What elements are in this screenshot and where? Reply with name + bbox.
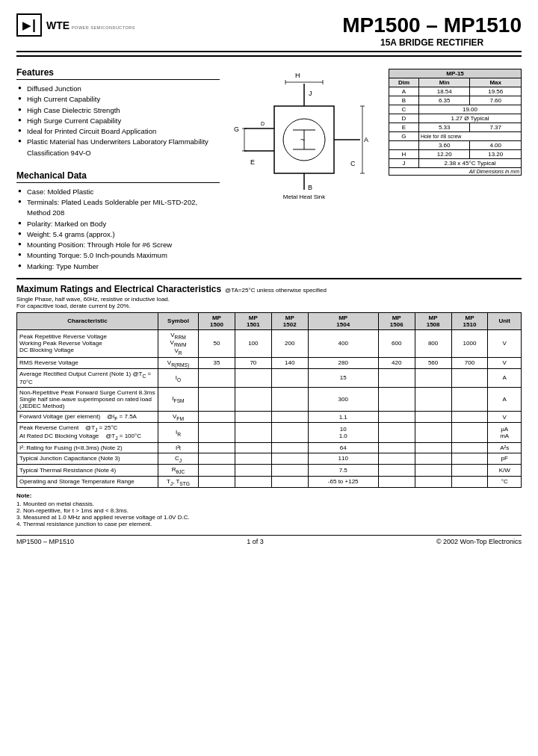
col-mp1506: MP1506 — [378, 312, 415, 329]
note-4: 4. Thermal resistance junction to case p… — [16, 521, 522, 527]
diagram-area: ~ H J G E — [226, 61, 383, 272]
features-left: Features Diffused Junction High Current … — [16, 61, 220, 272]
logo-symbol: ▶| — [16, 13, 42, 37]
list-item: Plastic Material has Underwriters Labora… — [16, 137, 220, 158]
features-list: Diffused Junction High Current Capabilit… — [16, 84, 220, 158]
footer-left: MP1500 – MP1510 — [16, 538, 74, 545]
diagram-caption: Metal Heat Sink — [283, 193, 325, 200]
electrical-table: Characteristic Symbol MP1500 MP1501 MP15… — [16, 312, 522, 489]
table-row: D 1.27 Ø Typical — [389, 114, 522, 123]
table-row: 3.60 4.00 — [389, 141, 522, 150]
table-row: G Hole for #8 screw — [389, 132, 522, 141]
col-mp1508: MP1508 — [415, 312, 451, 329]
component-diagram: ~ H J G E — [229, 69, 379, 192]
table-row: E 5.33 7.37 — [389, 123, 522, 132]
sub-title: 15A BRIDGE RECTIFIER — [342, 37, 522, 48]
mechanical-title: Mechanical Data — [16, 170, 220, 183]
title-area: MP1500 – MP1510 15A BRIDGE RECTIFIER — [342, 13, 522, 48]
page-footer: MP1500 – MP1510 1 of 3 © 2002 Won-Top El… — [16, 535, 522, 545]
col-characteristic: Characteristic — [17, 312, 158, 329]
footer-center: 1 of 3 — [247, 538, 264, 545]
table-row: Typical Junction Capacitance (Note 3) CJ… — [17, 453, 522, 465]
ratings-sub1: Single Phase, half wave, 60Hz, resistive… — [16, 296, 522, 303]
list-item: Mounting Position: Through Hole for #6 S… — [16, 240, 220, 250]
svg-text:A: A — [364, 136, 368, 143]
note-3: 3. Measured at 1.0 MHz and applied rever… — [16, 514, 522, 521]
col-mp1500: MP1500 — [199, 312, 235, 329]
footer-right: © 2002 Won-Top Electronics — [436, 538, 522, 545]
mechanical-section: Mechanical Data Case: Molded Plastic Ter… — [16, 170, 220, 272]
notes-section: Note: 1. Mounted on metal chassis. 2. No… — [16, 492, 522, 527]
list-item: Diffused Junction — [16, 84, 220, 94]
list-item: Marking: Type Number — [16, 261, 220, 272]
list-item: High Surge Current Capability — [16, 116, 220, 126]
list-item: Mounting Torque: 5.0 Inch-pounds Maximum — [16, 250, 220, 261]
table-row: Typical Thermal Resistance (Note 4) RθJC… — [17, 465, 522, 477]
col-min: Min — [418, 78, 470, 87]
mechanical-list: Case: Molded Plastic Terminals: Plated L… — [16, 187, 220, 272]
header-divider — [16, 51, 522, 52]
list-item: High Current Capability — [16, 94, 220, 105]
table-row: B 6.35 7.60 — [389, 96, 522, 105]
svg-text:~: ~ — [300, 136, 305, 144]
table-row: Non-Repetitive Peak Forward Surge Curren… — [17, 387, 522, 411]
col-mp1504: MP1504 — [308, 312, 378, 329]
table-row: A 18.54 19.56 — [389, 87, 522, 96]
ratings-sub2: For capacitive load, derate current by 2… — [16, 303, 522, 309]
table-row: C 19.00 — [389, 105, 522, 114]
svg-text:J: J — [309, 90, 312, 97]
package-label: MP-15 — [389, 69, 522, 78]
col-symbol: Symbol — [158, 312, 199, 329]
svg-text:C: C — [350, 160, 356, 167]
table-row: H 12.20 13.20 — [389, 150, 522, 159]
list-item: Weight: 5.4 grams (approx.) — [16, 229, 220, 240]
table-row: RMS Reverse Voltage VR(RMS) 35 70 140 28… — [17, 357, 522, 369]
list-item: Ideal for Printed Circuit Board Applicat… — [16, 126, 220, 137]
note-1: 1. Mounted on metal chassis. — [16, 501, 522, 507]
table-row: Operating and Storage Temperature Range … — [17, 476, 522, 488]
table-row: Average Rectified Output Current (Note 1… — [17, 369, 522, 388]
dimension-table-area: MP-15 Dim Min Max A 18.54 19.56 B 6.35 7… — [389, 69, 522, 272]
ratings-section: Maximum Ratings and Electrical Character… — [16, 284, 522, 489]
dimension-table: MP-15 Dim Min Max A 18.54 19.56 B 6.35 7… — [389, 69, 522, 176]
col-mp1510: MP1510 — [451, 312, 488, 329]
ratings-title: Maximum Ratings and Electrical Character… — [16, 284, 221, 294]
features-title: Features — [16, 67, 220, 80]
col-unit: Unit — [488, 312, 522, 329]
ratings-header: Maximum Ratings and Electrical Character… — [16, 284, 522, 294]
logo-area: ▶| WTE POWER SEMICONDUCTORS — [16, 13, 135, 37]
svg-text:H: H — [295, 72, 300, 79]
main-title: MP1500 – MP1510 — [342, 13, 522, 37]
features-section: Features Diffused Junction High Current … — [16, 61, 522, 272]
col-mp1502: MP1502 — [271, 312, 308, 329]
svg-text:G: G — [234, 126, 239, 133]
table-row: Peak Reverse Current @TJ = 25°CAt Rated … — [17, 423, 522, 442]
svg-text:B: B — [308, 184, 312, 191]
section-divider — [16, 278, 522, 279]
col-max: Max — [470, 78, 522, 87]
col-dim: Dim — [389, 78, 419, 87]
logo-text: WTE POWER SEMICONDUCTORS — [46, 19, 135, 31]
svg-text:E: E — [250, 158, 255, 166]
list-item: Case: Molded Plastic — [16, 187, 220, 197]
table-row: Peak Repetitive Reverse VoltageWorking P… — [17, 329, 522, 357]
list-item: Polarity: Marked on Body — [16, 219, 220, 229]
table-row: All Dimensions in mm — [389, 168, 522, 176]
list-item: High Case Dielectric Strength — [16, 105, 220, 116]
note-2: 2. Non-repetitive, for t > 1ms and < 8.3… — [16, 507, 522, 514]
col-mp1501: MP1501 — [235, 312, 271, 329]
ratings-condition: @TA=25°C unless otherwise specified — [225, 287, 327, 294]
svg-text:D: D — [261, 121, 265, 126]
table-row: I²: Rating for Fusing (t<8.3ms) (Note 2)… — [17, 442, 522, 453]
table-row: Forward Voltage (per element) @IF = 7.5A… — [17, 411, 522, 423]
page-header: ▶| WTE POWER SEMICONDUCTORS MP1500 – MP1… — [16, 13, 522, 48]
table-row: J 2.38 x 45°C Typical — [389, 159, 522, 168]
notes-title: Note: — [16, 492, 522, 499]
list-item: Terminals: Plated Leads Solderable per M… — [16, 197, 220, 219]
header-divider2 — [16, 55, 522, 57]
